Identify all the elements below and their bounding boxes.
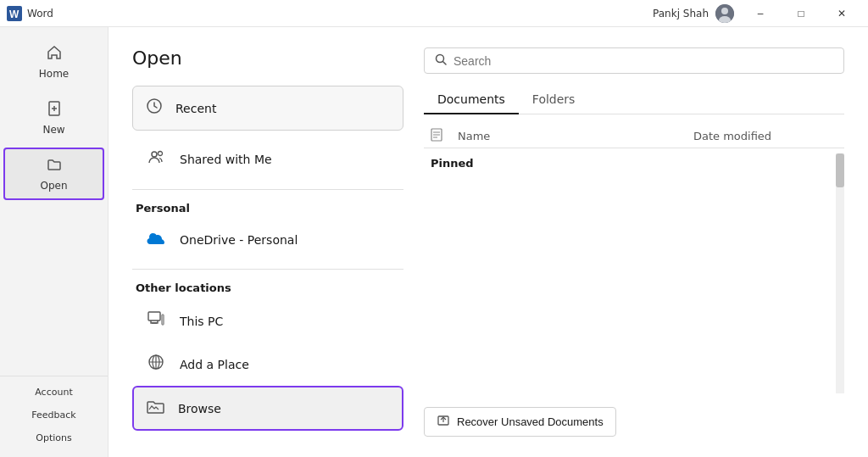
avatar-image — [715, 4, 734, 23]
location-browse[interactable]: Browse — [132, 386, 403, 431]
scrollbar-thumb[interactable] — [836, 153, 844, 187]
search-input[interactable] — [453, 54, 833, 68]
app-body: Home New Open Account F — [0, 27, 868, 457]
location-recent[interactable]: Recent — [132, 86, 403, 131]
svg-rect-10 — [162, 315, 164, 325]
user-info: Pankj Shah — [653, 4, 734, 23]
location-shared-label: Shared with Me — [180, 153, 272, 166]
location-addplace[interactable]: Add a Place — [132, 343, 403, 386]
sidebar-item-new-label: New — [42, 124, 64, 136]
shared-icon — [144, 148, 168, 170]
header-icon-col — [431, 128, 451, 144]
location-addplace-label: Add a Place — [180, 358, 249, 371]
avatar[interactable] — [715, 4, 734, 23]
svg-point-8 — [159, 152, 163, 156]
sidebar-item-home[interactable]: Home — [3, 36, 104, 88]
window-controls: – □ ✕ — [741, 0, 861, 27]
sidebar-bottom: Account Feedback Options — [0, 376, 108, 450]
app-logo: W Word — [7, 6, 53, 21]
personal-heading: Personal — [136, 202, 403, 215]
app-title: Word — [27, 8, 53, 20]
divider-personal — [132, 189, 403, 190]
other-heading: Other locations — [136, 281, 403, 294]
open-icon — [46, 156, 63, 176]
user-name: Pankj Shah — [653, 8, 709, 20]
title-bar: W Word Pankj Shah – □ ✕ — [0, 0, 868, 27]
recover-icon — [437, 414, 450, 430]
word-icon: W — [7, 6, 22, 21]
recent-icon — [145, 97, 164, 120]
browse-icon — [146, 398, 166, 419]
minimize-button[interactable]: – — [741, 0, 780, 27]
thispc-icon — [144, 309, 168, 332]
sidebar-item-home-label: Home — [39, 68, 69, 80]
svg-rect-9 — [148, 312, 160, 320]
divider-other — [132, 269, 403, 270]
location-browse-label: Browse — [178, 402, 221, 415]
sidebar-item-open-label: Open — [40, 180, 67, 192]
location-onedrive[interactable]: OneDrive - Personal — [132, 220, 403, 260]
home-icon — [46, 44, 63, 64]
tabs-row: Documents Folders — [424, 86, 844, 114]
recover-unsaved-button[interactable]: Recover Unsaved Documents — [424, 407, 616, 437]
left-panel: Open Recent — [132, 47, 403, 437]
column-date: Date modified — [693, 130, 829, 142]
sidebar-item-feedback[interactable]: Feedback — [3, 404, 104, 426]
location-thispc[interactable]: This PC — [132, 299, 403, 343]
search-bar — [424, 47, 844, 74]
tab-folders[interactable]: Folders — [519, 86, 589, 114]
svg-text:W: W — [9, 8, 19, 20]
svg-point-7 — [152, 152, 157, 157]
file-section-pinned: Pinned — [424, 153, 844, 173]
column-name: Name — [458, 130, 693, 142]
new-icon — [46, 100, 63, 120]
file-list-header: Name Date modified — [424, 125, 844, 148]
sidebar-item-feedback-label: Feedback — [31, 410, 75, 421]
addplace-icon — [144, 353, 168, 376]
content-area: Open Recent — [108, 27, 868, 457]
sidebar-item-open[interactable]: Open — [3, 148, 104, 200]
file-area: Pinned — [424, 153, 844, 393]
close-button[interactable]: ✕ — [822, 0, 861, 27]
sidebar-item-new[interactable]: New — [3, 92, 104, 144]
location-recent-label: Recent — [175, 102, 216, 115]
sidebar-item-options[interactable]: Options — [3, 427, 104, 449]
page-title: Open — [132, 47, 403, 69]
right-panel: Documents Folders Name Date modified Pin… — [424, 47, 844, 437]
tab-documents[interactable]: Documents — [424, 86, 519, 114]
recover-unsaved-label: Recover Unsaved Documents — [457, 415, 604, 428]
maximize-button[interactable]: □ — [782, 0, 821, 27]
location-shared[interactable]: Shared with Me — [132, 137, 403, 181]
location-thispc-label: This PC — [180, 315, 223, 328]
sidebar-item-account[interactable]: Account — [3, 382, 104, 403]
search-icon — [435, 53, 447, 68]
sidebar-item-account-label: Account — [35, 387, 72, 398]
sidebar-item-options-label: Options — [36, 432, 71, 443]
onedrive-icon — [144, 230, 168, 250]
svg-point-3 — [721, 8, 728, 14]
sidebar: Home New Open Account F — [0, 27, 108, 457]
location-onedrive-label: OneDrive - Personal — [180, 233, 298, 247]
scrollbar[interactable] — [836, 153, 844, 393]
